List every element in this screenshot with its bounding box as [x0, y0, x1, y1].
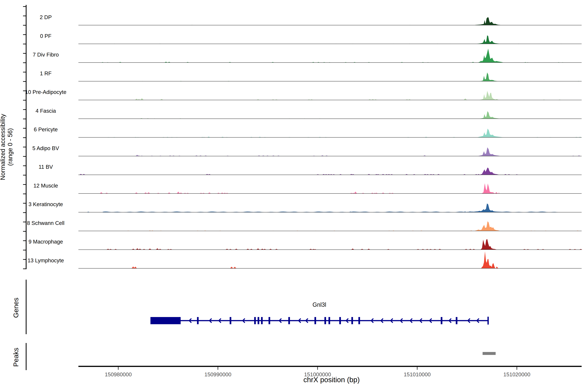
- gene-exon: [288, 317, 290, 324]
- track-10-pre-adipocyte-signal: [479, 91, 500, 100]
- track-label-10-pre-adipocyte: 10 Pre-Adipocyte: [10, 89, 82, 96]
- x-axis-tick-label: 150990000: [194, 372, 242, 378]
- genes-section-label: Genes: [12, 282, 20, 334]
- gene-exon: [441, 317, 442, 324]
- x-axis: [78, 366, 582, 370]
- track-10-pre-adipocyte: [78, 91, 582, 100]
- track-12-muscle: [78, 183, 582, 194]
- gene-tss-exon: [488, 317, 489, 324]
- track-13-lymphocyte-noise: [230, 266, 233, 268]
- track-3-keratinocyte: [78, 204, 582, 212]
- track-5-adipo-bv: [78, 147, 582, 156]
- track-6-pericyte: [78, 128, 582, 137]
- track-label-0-pf: 0 PF: [10, 33, 82, 39]
- track-10-pre-adipocyte-noise: [140, 98, 144, 100]
- track-label-9-macrophage: 9 Macrophage: [10, 238, 82, 245]
- track-0-pf: [78, 36, 582, 44]
- called-peak-box: [483, 352, 496, 355]
- x-axis-tick-label: 151020000: [492, 372, 541, 378]
- track-10-pre-adipocyte-noise: [135, 99, 138, 100]
- gene-exon: [339, 317, 341, 324]
- track-label-4-fascia: 4 Fascia: [10, 108, 82, 114]
- track-12-muscle-noise: [100, 192, 103, 194]
- track-6-pericyte-signal: [477, 128, 504, 137]
- track-9-macrophage-noise: [136, 248, 139, 250]
- track-9-macrophage-noise: [351, 248, 354, 250]
- track-12-muscle-noise: [177, 192, 180, 194]
- y-axis: [23, 5, 26, 269]
- track-1-rf: [78, 72, 582, 81]
- track-7-div-fibro-signal: [478, 49, 504, 62]
- track-label-2-dp: 2 DP: [10, 14, 82, 20]
- track-4-fascia: [78, 111, 582, 118]
- track-9-macrophage-noise: [156, 248, 159, 250]
- gene-exon: [328, 317, 330, 324]
- track-label-8-schwann-cell: 8 Schwann Cell: [10, 220, 82, 226]
- track-label-12-muscle: 12 Muscle: [10, 182, 82, 189]
- genome-browser-figure: Normalized accessibility (range 0 - 56) …: [0, 0, 588, 392]
- track-label-5-adipo-bv: 5 Adipo BV: [10, 145, 82, 152]
- gene-exon: [197, 317, 198, 324]
- gene-exon: [456, 317, 457, 324]
- gene-exon: [268, 317, 270, 324]
- track-9-macrophage: [78, 239, 582, 250]
- track-5-adipo-bv-signal: [478, 147, 501, 156]
- x-axis-tick-label: 150980000: [94, 372, 143, 378]
- gene-terminal-exon: [150, 317, 181, 324]
- track-12-muscle-noise: [354, 192, 357, 194]
- track-13-lymphocyte-noise: [233, 267, 236, 268]
- track-2-dp-signal: [473, 17, 502, 25]
- track-12-muscle-signal: [481, 183, 500, 194]
- track-7-div-fibro: [78, 49, 582, 62]
- track-label-11-bv: 11 BV: [10, 164, 82, 170]
- track-8-schwann-cell-signal: [474, 221, 500, 231]
- track-0-pf-signal: [476, 36, 501, 44]
- track-4-fascia-signal: [479, 111, 500, 118]
- track-label-13-lymphocyte: 13 Lymphocyte: [10, 257, 82, 264]
- track-9-macrophage-noise: [256, 248, 260, 250]
- track-12-muscle-noise: [168, 192, 171, 194]
- gene-exon: [230, 317, 231, 324]
- gene-exon: [358, 317, 360, 324]
- gene-name-label: Gnl3l: [295, 301, 344, 308]
- gene-model-gnl3l: [150, 317, 489, 324]
- track-12-muscle-noise: [147, 192, 150, 194]
- y-axis-title-line1: Normalized accessibility: [0, 114, 6, 180]
- gene-exon: [261, 317, 263, 324]
- track-13-lymphocyte-noise: [134, 266, 137, 268]
- tracks-plot-canvas: [0, 0, 588, 392]
- gene-exon: [351, 317, 353, 324]
- track-13-lymphocyte-signal: [481, 251, 498, 268]
- peaks-section-label: Peaks: [12, 331, 20, 383]
- track-label-1-rf: 1 RF: [10, 70, 82, 77]
- gene-exon: [254, 317, 256, 324]
- gene-exon: [324, 317, 326, 324]
- track-9-macrophage-signal: [480, 239, 497, 250]
- gene-exon: [258, 317, 259, 324]
- track-13-lymphocyte: [78, 251, 582, 268]
- track-8-schwann-cell: [78, 221, 582, 231]
- track-9-macrophage-noise: [148, 248, 152, 250]
- gene-exon: [314, 317, 316, 324]
- track-label-3-keratinocyte: 3 Keratinocyte: [10, 201, 82, 208]
- track-12-muscle-noise: [144, 192, 147, 194]
- track-12-muscle-noise: [208, 192, 211, 194]
- track-12-muscle-noise: [135, 192, 138, 194]
- x-axis-title: chrX position (bp): [282, 376, 380, 384]
- track-label-6-pericyte: 6 Pericyte: [10, 126, 82, 133]
- track-1-rf-signal: [478, 72, 498, 81]
- track-2-dp: [78, 17, 582, 25]
- x-axis-tick-label: 151010000: [393, 372, 442, 378]
- track-11-bv-signal: [480, 168, 500, 175]
- track-10-pre-adipocyte-noise: [464, 98, 467, 100]
- track-label-7-div-fibro: 7 Div Fibro: [10, 52, 82, 58]
- track-11-bv: [78, 168, 582, 175]
- track-3-keratinocyte-signal: [472, 204, 503, 212]
